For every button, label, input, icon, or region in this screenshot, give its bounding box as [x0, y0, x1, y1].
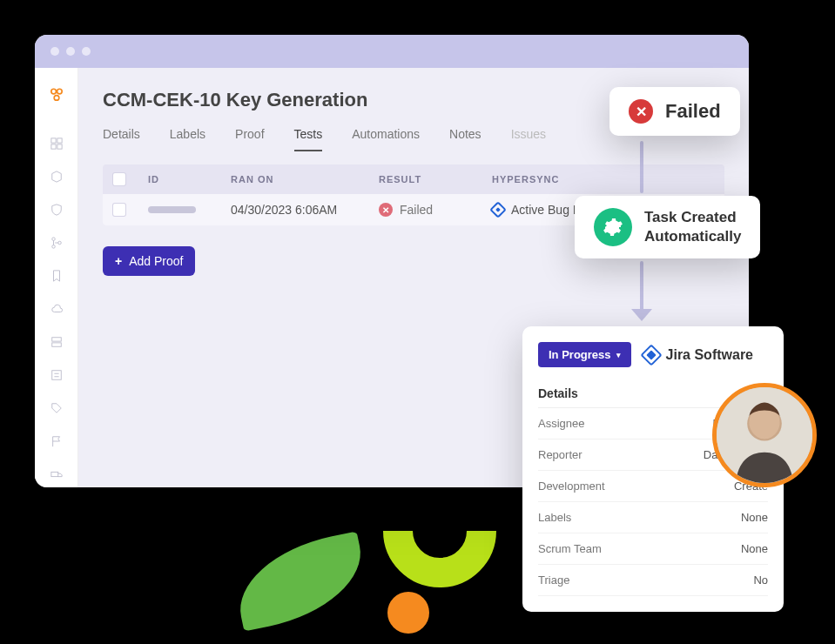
- tab-labels[interactable]: Labels: [170, 127, 205, 151]
- app-logo-icon: [45, 87, 68, 103]
- select-all-checkbox[interactable]: [113, 173, 125, 185]
- svg-rect-10: [51, 338, 61, 341]
- decorative-leaf: [229, 531, 373, 631]
- col-id: ID: [148, 174, 231, 184]
- server-icon[interactable]: [50, 336, 64, 348]
- table-header: ID RAN ON RESULT HYPERSYNC: [103, 164, 724, 194]
- tab-notes[interactable]: Notes: [449, 127, 481, 151]
- cube-icon[interactable]: [50, 171, 64, 183]
- jira-field-scrum-team: Scrum Team None: [538, 533, 768, 565]
- tab-automations[interactable]: Automations: [352, 127, 420, 151]
- gear-icon: [594, 208, 632, 246]
- svg-point-9: [57, 241, 61, 245]
- svg-rect-3: [51, 138, 55, 143]
- sidebar: [35, 68, 78, 487]
- svg-point-1: [57, 89, 62, 94]
- jira-status-dropdown[interactable]: In Progress ▾: [538, 342, 631, 367]
- tag-icon[interactable]: [50, 402, 64, 414]
- dashboard-icon[interactable]: [50, 138, 64, 150]
- truck-icon[interactable]: [50, 468, 64, 480]
- window-titlebar: [35, 35, 749, 68]
- window-control-dot: [82, 47, 91, 56]
- col-ran-on: RAN ON: [231, 174, 379, 184]
- flag-icon[interactable]: [50, 435, 64, 447]
- flow-arrow: [640, 261, 643, 313]
- tab-details[interactable]: Details: [103, 127, 140, 151]
- row-checkbox[interactable]: [113, 204, 125, 216]
- row-id-placeholder: [148, 206, 196, 213]
- shield-icon[interactable]: [50, 204, 64, 216]
- tab-tests[interactable]: Tests: [294, 127, 323, 151]
- bookmark-icon[interactable]: [50, 270, 64, 282]
- jira-field-labels: Labels None: [538, 502, 768, 533]
- svg-rect-13: [51, 472, 57, 476]
- svg-point-2: [54, 96, 59, 101]
- svg-rect-4: [57, 138, 61, 143]
- flow-arrow: [640, 141, 643, 193]
- svg-rect-11: [51, 343, 61, 346]
- flow-arrow-head: [631, 309, 652, 321]
- jira-logo-icon: [640, 344, 662, 366]
- chevron-down-icon: ▾: [616, 351, 621, 359]
- window-control-dot: [66, 47, 75, 56]
- failed-icon: ✕: [379, 203, 393, 217]
- plus-icon: +: [115, 254, 122, 268]
- row-result: ✕ Failed: [379, 203, 492, 217]
- branch-icon[interactable]: [50, 237, 64, 249]
- svg-rect-6: [57, 144, 61, 149]
- add-proof-button[interactable]: + Add Proof: [103, 246, 195, 276]
- jira-brand: Jira Software: [643, 347, 753, 363]
- tab-issues[interactable]: Issues: [511, 127, 546, 151]
- callout-failed-text: Failed: [665, 100, 721, 123]
- callout-failed: ✕ Failed: [609, 87, 740, 136]
- decorative-ring: [383, 474, 496, 587]
- failed-badge-icon: ✕: [629, 99, 653, 124]
- svg-point-7: [51, 238, 55, 241]
- callout-task-created: Task Created Automatically: [575, 196, 760, 258]
- jira-field-triage: Triage No: [538, 565, 768, 596]
- avatar: [712, 383, 817, 487]
- callout-task-text: Task Created Automatically: [644, 208, 741, 246]
- jira-icon: [489, 201, 507, 218]
- col-hypersync: HYPERSYNC: [492, 174, 714, 184]
- window-control-dot: [51, 47, 59, 56]
- svg-rect-12: [51, 371, 61, 380]
- svg-point-8: [51, 245, 55, 249]
- tab-proof[interactable]: Proof: [235, 127, 264, 151]
- cloud-icon[interactable]: [50, 303, 64, 315]
- col-result: RESULT: [379, 174, 492, 184]
- svg-point-0: [51, 89, 56, 94]
- list-icon[interactable]: [50, 369, 64, 381]
- decorative-dot: [387, 592, 429, 634]
- svg-rect-5: [51, 144, 55, 149]
- row-ran-on: 04/30/2023 6:06AM: [231, 203, 379, 217]
